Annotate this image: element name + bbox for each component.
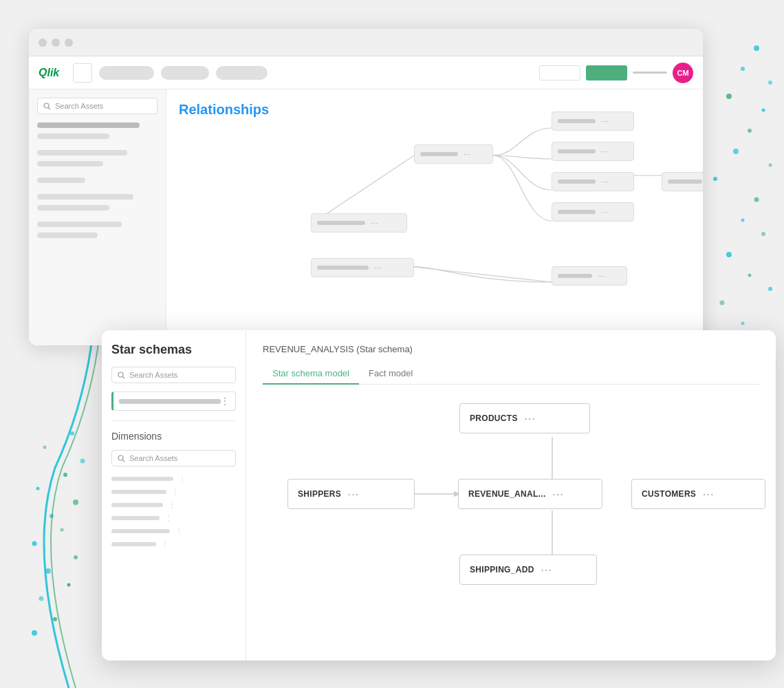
traffic-light-red (39, 39, 47, 47)
nav-pill-3[interactable] (216, 66, 268, 80)
star-tabs: Star schema model Fact model (263, 364, 759, 385)
svg-point-15 (720, 301, 725, 305)
rel-node-c3[interactable]: ··· (552, 172, 634, 191)
sidebar-item-2[interactable] (37, 133, 109, 139)
revenue-node[interactable]: REVENUE_ANAL... ··· (458, 479, 602, 509)
sidebar-item-1[interactable] (37, 122, 140, 128)
rel-node-a-dots[interactable]: ··· (371, 219, 378, 227)
star-search[interactable]: Search Assets (111, 367, 236, 383)
rel-node-a[interactable]: ··· (311, 213, 407, 233)
rel-node-c3-dots[interactable]: ··· (601, 178, 609, 186)
svg-point-8 (713, 177, 717, 181)
svg-point-31 (80, 459, 85, 464)
dim-item-3: ⋮ (111, 501, 236, 508)
dimensions-title: Dimensions (111, 431, 236, 442)
sidebar-item-6[interactable] (37, 194, 133, 200)
rel-node-c1[interactable]: ··· (552, 111, 634, 131)
svg-point-26 (61, 528, 64, 532)
rel-node-d[interactable]: ··· (662, 172, 703, 191)
nav-pill-2[interactable] (161, 66, 209, 80)
svg-point-1 (741, 67, 745, 71)
svg-point-27 (50, 514, 54, 518)
svg-line-37 (123, 376, 125, 378)
shippers-dots[interactable]: ··· (348, 489, 360, 499)
star-search-text: Search Assets (129, 371, 177, 379)
dim-bar-5 (111, 529, 170, 533)
rel-node-e2[interactable]: ··· (552, 266, 627, 286)
svg-point-12 (726, 252, 732, 257)
dim-item-4: ⋮ (111, 514, 236, 522)
svg-point-28 (73, 499, 78, 505)
sidebar-search[interactable]: Search Assets (37, 98, 157, 114)
star-schema-main: REVENUE_ANALYSIS (Star schema) Star sche… (246, 330, 776, 660)
shipping-node[interactable]: SHIPPING_ADD ··· (459, 555, 597, 585)
customers-label: CUSTOMERS (642, 489, 696, 499)
rel-node-c1-dots[interactable]: ··· (601, 118, 609, 125)
dim-item-6: ⋮ (111, 540, 236, 548)
rel-node-c2-dots[interactable]: ··· (601, 148, 609, 155)
nav-divider-line (633, 72, 667, 74)
shipping-dots[interactable]: ··· (541, 565, 553, 575)
browser-navbar: Qlik CM (29, 56, 703, 89)
dimensions-search[interactable]: Search Assets (111, 450, 236, 466)
sidebar-item-3[interactable] (37, 150, 127, 155)
dim-dots-1: ⋮ (179, 475, 186, 482)
svg-point-36 (118, 372, 123, 377)
products-dots[interactable]: ··· (525, 413, 536, 424)
rel-node-e1-dots[interactable]: ··· (374, 264, 382, 272)
rel-node-e1[interactable]: ··· (311, 258, 414, 277)
qlik-logo: Qlik (39, 67, 59, 79)
sidebar-item-8[interactable] (37, 222, 122, 227)
svg-point-2 (768, 80, 772, 85)
rel-node-c2[interactable]: ··· (552, 142, 634, 161)
products-label: PRODUCTS (470, 413, 518, 423)
svg-point-33 (70, 431, 74, 436)
dim-dots-2: ⋮ (172, 488, 179, 495)
customers-dots[interactable]: ··· (703, 489, 715, 499)
rel-node-b-dots[interactable]: ··· (464, 151, 471, 158)
dim-dots-5: ⋮ (175, 527, 183, 535)
rel-node-b[interactable]: ··· (414, 144, 493, 164)
user-avatar[interactable]: CM (673, 63, 693, 83)
dim-dots-6: ⋮ (162, 540, 169, 548)
star-sidebar: Star schemas Search Assets ⋮ Dimensions … (102, 330, 246, 660)
shipping-label: SHIPPING_ADD (470, 565, 534, 574)
rel-node-e2-dots[interactable]: ··· (598, 272, 605, 280)
svg-point-7 (769, 164, 772, 167)
products-node[interactable]: PRODUCTS ··· (459, 403, 590, 433)
star-list-item[interactable]: ⋮ (111, 391, 236, 411)
sidebar-item-9[interactable] (37, 233, 98, 238)
svg-point-6 (733, 149, 739, 154)
rel-node-c4-dots[interactable]: ··· (601, 208, 609, 216)
shippers-node[interactable]: SHIPPERS ··· (287, 479, 415, 509)
browser-sidebar: Search Assets (29, 89, 166, 345)
dim-search-icon (118, 455, 125, 462)
sidebar-divider (111, 420, 236, 421)
rel-node-c4[interactable]: ··· (552, 202, 634, 222)
star-schema-schema-title: REVENUE_ANALYSIS (Star schema) (263, 344, 759, 354)
svg-line-35 (49, 107, 51, 109)
star-schemas-title: Star schemas (111, 343, 236, 357)
svg-point-20 (53, 617, 57, 621)
nav-right-area: CM (539, 63, 693, 83)
svg-point-24 (74, 555, 78, 559)
revenue-label: REVENUE_ANAL... (468, 489, 546, 499)
sidebar-item-5[interactable] (37, 178, 85, 183)
svg-point-4 (762, 109, 765, 112)
tab-star-schema-model[interactable]: Star schema model (263, 364, 359, 384)
sidebar-item-7[interactable] (37, 205, 109, 211)
svg-point-10 (741, 219, 745, 222)
star-list-dots[interactable]: ⋮ (221, 396, 230, 406)
svg-point-25 (32, 541, 37, 546)
nav-green-button[interactable] (586, 65, 627, 80)
nav-pill-1[interactable] (99, 66, 154, 80)
nav-input[interactable] (539, 65, 580, 80)
svg-point-13 (748, 274, 752, 277)
nav-square (73, 63, 92, 83)
dim-dots-4: ⋮ (165, 514, 173, 522)
customers-node[interactable]: CUSTOMERS ··· (631, 479, 765, 509)
sidebar-item-4[interactable] (37, 161, 103, 166)
svg-point-38 (118, 455, 123, 460)
tab-fact-model[interactable]: Fact model (359, 364, 422, 384)
revenue-dots[interactable]: ··· (553, 489, 565, 499)
